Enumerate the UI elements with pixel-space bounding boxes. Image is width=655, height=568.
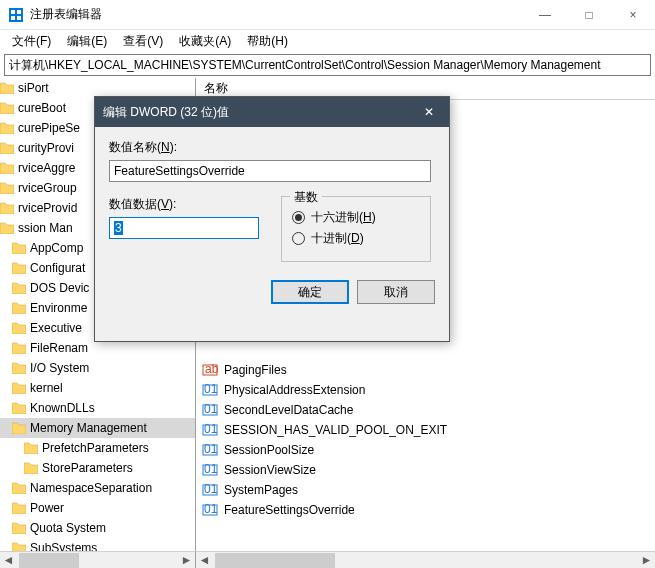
address-bar[interactable]: 计算机\HKEY_LOCAL_MACHINE\SYSTEM\CurrentCon… [4, 54, 651, 76]
tree-item-label: Environme [30, 301, 87, 315]
tree-item[interactable]: KnownDLLs [0, 398, 195, 418]
tree-item-label: KnownDLLs [30, 401, 95, 415]
tree-item-label: AppComp [30, 241, 83, 255]
scroll-right-icon[interactable]: ► [638, 552, 655, 569]
list-item[interactable]: 011FeatureSettingsOverride [196, 500, 655, 520]
list-item[interactable]: 011PhysicalAddressExtension [196, 380, 655, 400]
tree-item[interactable]: Memory Management [0, 418, 195, 438]
svg-text:011: 011 [204, 502, 218, 516]
tree-item[interactable]: siPort [0, 78, 195, 98]
menu-file[interactable]: 文件(F) [4, 31, 59, 52]
tree-item-label: kernel [30, 381, 63, 395]
tree-item-label: FileRenam [30, 341, 88, 355]
dword-value-icon: 011 [202, 402, 218, 418]
dword-value-icon: 011 [202, 502, 218, 518]
tree-item-label: curePipeSe [18, 121, 80, 135]
tree-scrollbar-horizontal[interactable]: ◄ ► [0, 551, 196, 568]
dword-value-icon: 011 [202, 442, 218, 458]
scroll-thumb[interactable] [215, 553, 335, 568]
base-legend: 基数 [290, 189, 322, 206]
dword-value-icon: 011 [202, 382, 218, 398]
tree-item-label: PrefetchParameters [42, 441, 149, 455]
svg-rect-1 [11, 10, 15, 14]
tree-item-label: ssion Man [18, 221, 73, 235]
tree-item-label: siPort [18, 81, 49, 95]
tree-item[interactable]: NamespaceSeparation [0, 478, 195, 498]
dialog-close-button[interactable]: ✕ [409, 97, 449, 127]
list-item-label: SessionViewSize [224, 463, 316, 477]
dword-value-icon: 011 [202, 422, 218, 438]
menu-view[interactable]: 查看(V) [115, 31, 171, 52]
menu-favorites[interactable]: 收藏夹(A) [171, 31, 239, 52]
tree-item[interactable]: I/O System [0, 358, 195, 378]
window-title: 注册表编辑器 [30, 6, 523, 23]
dialog-titlebar[interactable]: 编辑 DWORD (32 位)值 ✕ [95, 97, 449, 127]
svg-text:011: 011 [204, 382, 218, 396]
tree-item[interactable]: Quota System [0, 518, 195, 538]
tree-item-label: rviceProvid [18, 201, 77, 215]
string-value-icon: ab [202, 362, 218, 378]
tree-item-label: rviceGroup [18, 181, 77, 195]
list-scrollbar-horizontal[interactable]: ◄ ► [196, 551, 655, 568]
tree-item[interactable]: StoreParameters [0, 458, 195, 478]
radio-hex[interactable]: 十六进制(H) [292, 209, 420, 226]
scroll-right-icon[interactable]: ► [178, 552, 195, 569]
list-item[interactable]: 011SystemPages [196, 480, 655, 500]
list-item[interactable]: 011SessionViewSize [196, 460, 655, 480]
tree-item-label: curityProvi [18, 141, 74, 155]
tree-item-label: DOS Devic [30, 281, 89, 295]
tree-item-label: Power [30, 501, 64, 515]
maximize-button[interactable]: □ [567, 0, 611, 30]
radio-dec[interactable]: 十进制(D) [292, 230, 420, 247]
tree-item-label: StoreParameters [42, 461, 133, 475]
svg-rect-4 [17, 16, 21, 20]
tree-item-label: rviceAggre [18, 161, 75, 175]
list-item-label: FeatureSettingsOverride [224, 503, 355, 517]
scroll-thumb[interactable] [19, 553, 79, 568]
scroll-left-icon[interactable]: ◄ [0, 552, 17, 569]
list-item-label: PhysicalAddressExtension [224, 383, 365, 397]
tree-item-label: NamespaceSeparation [30, 481, 152, 495]
tree-item[interactable]: kernel [0, 378, 195, 398]
base-fieldset: 基数 十六进制(H) 十进制(D) [281, 196, 431, 262]
tree-item[interactable]: PrefetchParameters [0, 438, 195, 458]
value-data-input[interactable]: 3 [109, 217, 259, 239]
list-item[interactable]: 011SessionPoolSize [196, 440, 655, 460]
menu-edit[interactable]: 编辑(E) [59, 31, 115, 52]
tree-item-label: Configurat [30, 261, 85, 275]
dialog-title: 编辑 DWORD (32 位)值 [103, 104, 229, 121]
list-item-label: PagingFiles [224, 363, 287, 377]
svg-text:011: 011 [204, 442, 218, 456]
svg-text:ab: ab [205, 362, 218, 376]
list-item[interactable]: 011SecondLevelDataCache [196, 400, 655, 420]
list-item-label: SessionPoolSize [224, 443, 314, 457]
svg-text:011: 011 [204, 482, 218, 496]
edit-dword-dialog: 编辑 DWORD (32 位)值 ✕ 数值名称(N): FeatureSetti… [94, 96, 450, 342]
list-item[interactable]: abPagingFiles [196, 360, 655, 380]
ok-button[interactable]: 确定 [271, 280, 349, 304]
dword-value-icon: 011 [202, 482, 218, 498]
svg-rect-2 [17, 10, 21, 14]
value-name-input[interactable]: FeatureSettingsOverride [109, 160, 431, 182]
svg-text:011: 011 [204, 422, 218, 436]
svg-rect-3 [11, 16, 15, 20]
menu-help[interactable]: 帮助(H) [239, 31, 296, 52]
regedit-icon [8, 7, 24, 23]
svg-text:011: 011 [204, 402, 218, 416]
minimize-button[interactable]: — [523, 0, 567, 30]
list-item-label: SecondLevelDataCache [224, 403, 353, 417]
menubar: 文件(F) 编辑(E) 查看(V) 收藏夹(A) 帮助(H) [0, 30, 655, 52]
scroll-left-icon[interactable]: ◄ [196, 552, 213, 569]
cancel-button[interactable]: 取消 [357, 280, 435, 304]
tree-item-label: Quota System [30, 521, 106, 535]
tree-item-label: cureBoot [18, 101, 66, 115]
radio-hex-indicator [292, 211, 305, 224]
list-item-label: SESSION_HAS_VALID_POOL_ON_EXIT [224, 423, 447, 437]
close-button[interactable]: × [611, 0, 655, 30]
dword-value-icon: 011 [202, 462, 218, 478]
value-name-label: 数值名称(N): [109, 139, 435, 156]
tree-item[interactable]: Power [0, 498, 195, 518]
tree-item-label: I/O System [30, 361, 89, 375]
tree-item-label: Memory Management [30, 421, 147, 435]
list-item[interactable]: 011SESSION_HAS_VALID_POOL_ON_EXIT [196, 420, 655, 440]
